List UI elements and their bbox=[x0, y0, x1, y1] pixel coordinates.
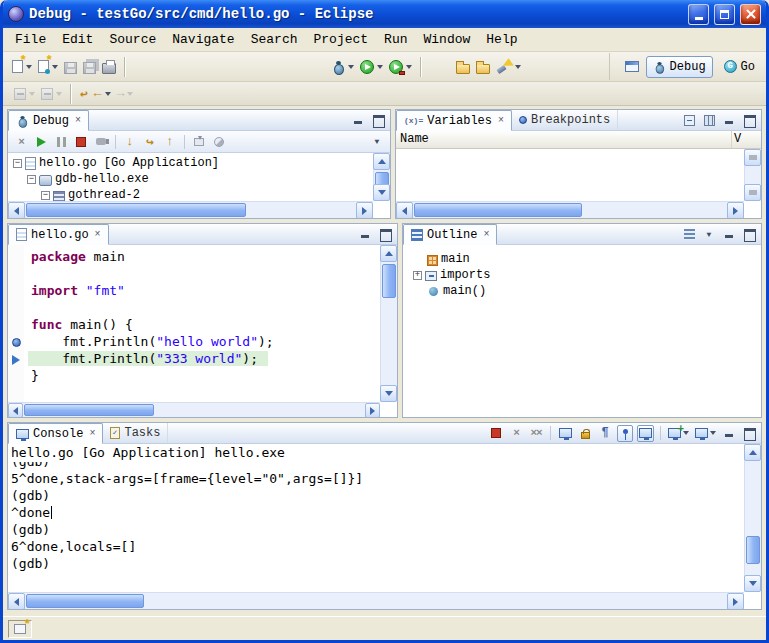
remove-terminated-button[interactable]: × bbox=[13, 133, 29, 150]
menu-file[interactable]: File bbox=[7, 30, 54, 49]
scroll-down-button[interactable] bbox=[744, 575, 761, 592]
close-tab-icon[interactable]: × bbox=[498, 115, 504, 126]
variables-horizontal-scrollbar[interactable] bbox=[396, 201, 744, 218]
new-console-button[interactable]: + bbox=[667, 425, 690, 442]
maximize-view-button[interactable] bbox=[741, 425, 757, 442]
scroll-down-button[interactable] bbox=[380, 385, 397, 402]
minimize-view-button[interactable] bbox=[721, 425, 737, 442]
code-line[interactable] bbox=[28, 266, 380, 283]
minimize-view-button[interactable] bbox=[721, 112, 737, 129]
collapse-all-button[interactable] bbox=[681, 112, 697, 129]
expander-minus-icon[interactable]: − bbox=[13, 159, 22, 168]
perspective-go-button[interactable]: Go bbox=[717, 56, 762, 78]
scroll-down-button[interactable] bbox=[744, 184, 761, 201]
menu-search[interactable]: Search bbox=[243, 30, 306, 49]
code-line[interactable]: func main() { bbox=[28, 317, 380, 334]
open-folder-button[interactable] bbox=[453, 55, 473, 79]
column-name[interactable]: Name bbox=[396, 131, 732, 148]
maximize-view-button[interactable] bbox=[741, 112, 757, 129]
save-all-button[interactable] bbox=[80, 55, 99, 79]
code-line[interactable]: fmt.Println("333 world"); bbox=[28, 351, 380, 368]
resume-button[interactable] bbox=[33, 133, 49, 150]
scroll-thumb[interactable] bbox=[414, 203, 582, 217]
close-tab-icon[interactable]: × bbox=[483, 229, 489, 240]
scroll-thumb[interactable] bbox=[26, 594, 144, 608]
remove-launch-button[interactable]: × bbox=[508, 425, 524, 442]
tree-item[interactable]: main bbox=[411, 251, 761, 267]
back-button[interactable]: ← bbox=[91, 82, 114, 106]
print-button[interactable] bbox=[99, 55, 119, 79]
use-step-filters-button[interactable] bbox=[211, 133, 227, 150]
scroll-up-button[interactable] bbox=[380, 245, 397, 262]
minimize-view-button[interactable] bbox=[357, 226, 373, 243]
maximize-window-button[interactable] bbox=[714, 4, 735, 25]
scroll-up-button[interactable] bbox=[744, 149, 761, 166]
perspective-debug-button[interactable]: Debug bbox=[646, 56, 713, 78]
menu-project[interactable]: Project bbox=[305, 30, 376, 49]
tab-outline[interactable]: Outline × bbox=[403, 224, 497, 245]
expander-minus-icon[interactable]: − bbox=[41, 191, 50, 200]
scroll-left-button[interactable] bbox=[8, 593, 25, 609]
close-tab-icon[interactable]: × bbox=[75, 115, 81, 126]
tab-console[interactable]: Console × bbox=[8, 423, 103, 444]
drop-to-frame-button[interactable] bbox=[191, 133, 207, 150]
display-selected-console-button[interactable] bbox=[637, 425, 654, 442]
show-columns-button[interactable] bbox=[701, 112, 717, 129]
tree-item[interactable]: +imports bbox=[411, 267, 761, 283]
save-button[interactable] bbox=[61, 55, 80, 79]
console-vertical-scrollbar[interactable] bbox=[744, 444, 761, 592]
code-line[interactable]: import "fmt" bbox=[28, 283, 380, 300]
menu-edit[interactable]: Edit bbox=[54, 30, 101, 49]
code-line[interactable] bbox=[28, 300, 380, 317]
debug-view-menu-button[interactable]: ▼ bbox=[369, 133, 385, 150]
scroll-up-button[interactable] bbox=[744, 444, 761, 461]
maximize-view-button[interactable] bbox=[370, 112, 386, 129]
forward-button[interactable]: → bbox=[114, 82, 137, 106]
step-into-button[interactable]: ↓ bbox=[122, 133, 138, 150]
console-horizontal-scrollbar[interactable] bbox=[8, 592, 744, 609]
scroll-right-button[interactable] bbox=[365, 403, 380, 417]
debug-horizontal-scrollbar[interactable] bbox=[8, 201, 373, 218]
variables-table-body[interactable] bbox=[396, 149, 761, 218]
outline-tree[interactable]: main+importsmain() bbox=[403, 245, 761, 417]
tree-item[interactable]: main() bbox=[411, 283, 761, 299]
terminate-button[interactable] bbox=[73, 133, 89, 150]
next-annotation-button[interactable] bbox=[11, 82, 38, 106]
maximize-view-button[interactable] bbox=[741, 226, 757, 243]
scroll-right-button[interactable] bbox=[727, 202, 744, 218]
minimize-window-button[interactable] bbox=[688, 4, 709, 25]
new-go-element-button[interactable] bbox=[35, 55, 61, 79]
expander-minus-icon[interactable]: − bbox=[27, 175, 36, 184]
clear-console-button[interactable] bbox=[557, 425, 573, 442]
debug-vertical-scrollbar[interactable] bbox=[373, 153, 390, 201]
sort-button[interactable] bbox=[681, 226, 697, 243]
tab-hello-go[interactable]: hello.go × bbox=[8, 224, 109, 245]
editor-horizontal-scrollbar[interactable] bbox=[8, 402, 380, 417]
menu-source[interactable]: Source bbox=[101, 30, 164, 49]
outline-view-menu-button[interactable]: ▼ bbox=[701, 226, 717, 243]
scroll-thumb[interactable] bbox=[26, 203, 246, 217]
scroll-thumb[interactable] bbox=[24, 404, 154, 416]
open-resource-button[interactable] bbox=[473, 55, 493, 79]
remove-all-launches-button[interactable]: ×× bbox=[528, 425, 544, 442]
menu-run[interactable]: Run bbox=[376, 30, 415, 49]
menu-window[interactable]: Window bbox=[416, 30, 479, 49]
debug-button[interactable] bbox=[329, 55, 357, 79]
new-wizard-button[interactable] bbox=[9, 55, 35, 79]
code-line[interactable]: } bbox=[28, 368, 380, 385]
debug-tree[interactable]: −hello.go [Go Application]−gdb-hello.exe… bbox=[8, 153, 390, 218]
code-line[interactable]: package main bbox=[28, 249, 380, 266]
scroll-left-button[interactable] bbox=[396, 202, 413, 218]
external-tools-button[interactable] bbox=[386, 55, 415, 79]
variables-vertical-scrollbar[interactable] bbox=[744, 149, 761, 201]
close-window-button[interactable] bbox=[740, 4, 761, 25]
fast-view-button[interactable] bbox=[8, 620, 32, 638]
word-wrap-button[interactable]: ¶ bbox=[597, 425, 613, 442]
open-perspective-button[interactable] bbox=[622, 55, 642, 79]
scroll-up-button[interactable] bbox=[373, 153, 390, 170]
tree-item[interactable]: −gdb-hello.exe bbox=[11, 171, 373, 187]
tree-item[interactable]: −hello.go [Go Application] bbox=[11, 155, 373, 171]
close-tab-icon[interactable]: × bbox=[95, 229, 101, 240]
step-over-button[interactable]: ↪ bbox=[142, 133, 158, 150]
breakpoint-marker-icon[interactable] bbox=[12, 338, 21, 347]
